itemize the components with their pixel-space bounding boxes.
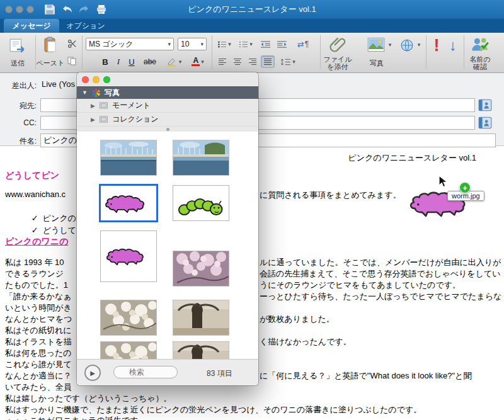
strikethrough-button[interactable]: abe — [140, 55, 160, 68]
align-center-button[interactable] — [231, 55, 244, 68]
thumbnail-worm-drawing[interactable] — [173, 186, 229, 220]
font-name-select[interactable]: MS ゴシック ▾ — [86, 38, 174, 50]
body-line: ・・・これがワニキャラの誕生です。 — [5, 415, 146, 420]
chevron-down-icon: ▾ — [200, 42, 203, 47]
save-button[interactable] — [44, 4, 55, 15]
body-line-left: これなら誰が見て — [5, 359, 72, 370]
item-count: 83 項目 — [207, 368, 232, 379]
cc-label: CC: — [0, 118, 37, 127]
print-button[interactable] — [96, 4, 107, 15]
numbered-list-icon — [239, 40, 248, 48]
indent-icon — [277, 40, 287, 48]
disclosure-right-icon[interactable]: ▶ — [91, 103, 95, 109]
thumbnail-marina-photo[interactable] — [101, 140, 156, 175]
numbered-list-button[interactable]: ▾ — [237, 38, 255, 50]
cut-button[interactable] — [66, 38, 78, 49]
photo-browser-palette: ▼ 写真 ▶ モーメント ▶ コレクション — [77, 72, 258, 385]
underline-button[interactable]: U — [126, 55, 137, 68]
bold-button[interactable]: B — [100, 55, 111, 68]
redo-button[interactable] — [78, 4, 89, 15]
bullet-list-button[interactable]: ▾ — [215, 38, 233, 50]
search-input[interactable] — [113, 366, 178, 378]
font-color-button[interactable]: A ▾ — [188, 55, 208, 68]
body-line-right: が数枚ありました。 — [260, 314, 335, 325]
photos-source-header[interactable]: ▼ 写真 — [77, 86, 258, 99]
disclosure-right-icon[interactable]: ▶ — [91, 116, 95, 123]
align-right-button[interactable] — [246, 55, 260, 68]
tree-item-moments[interactable]: ▶ モーメント — [77, 99, 258, 113]
to-addressbook-button[interactable] — [477, 98, 493, 112]
minimize-window-button[interactable] — [16, 6, 23, 13]
thumbnail-tree-path-photo[interactable] — [173, 300, 229, 335]
thumbnail-tree-path-photo[interactable] — [173, 342, 229, 359]
text-direction-button[interactable]: ⇄ ¶ — [292, 38, 314, 50]
cc-addressbook-button[interactable] — [477, 116, 493, 130]
align-left-button[interactable] — [215, 55, 229, 68]
photo-button-label: 写真 — [362, 59, 392, 67]
pilcrow-icon: ¶ — [305, 40, 309, 48]
thumbnail-white-blossom-photo[interactable] — [101, 300, 156, 335]
align-center-icon — [233, 58, 242, 65]
photo-menu-caret[interactable]: ▾ — [387, 40, 393, 49]
tab-options[interactable]: オプション — [63, 19, 108, 33]
chevron-down-icon: ▾ — [418, 42, 421, 48]
play-icon: ▶ — [90, 370, 95, 377]
photo-browser-button[interactable] — [367, 37, 386, 53]
chevron-down-icon: ▾ — [389, 42, 392, 48]
decrease-indent-button[interactable] — [258, 38, 272, 50]
thumbnail-marina-photo[interactable] — [173, 140, 229, 175]
slideshow-play-button[interactable]: ▶ — [84, 365, 101, 381]
outlook-compose-window: ピンクのワニニュースレター vol.1 メッセージ オプション 送信 ペースト … — [0, 0, 504, 420]
undo-button[interactable] — [62, 4, 73, 15]
body-line-right: ルに通っていました。そこでは、メンバーだけが自由に出入りが — [260, 257, 501, 268]
justify-button[interactable] — [261, 55, 275, 68]
address-book-icon — [478, 99, 493, 111]
low-importance-button[interactable]: ↓ — [446, 37, 460, 54]
attach-file-button[interactable] — [328, 35, 348, 54]
copy-plus-badge: + — [459, 182, 471, 193]
body-line-left: 私はイラストを描 — [5, 336, 72, 348]
palette-minimize-button[interactable] — [93, 76, 100, 83]
palette-close-button[interactable] — [82, 76, 89, 83]
clipboard-icon — [43, 37, 58, 53]
newsletter-title-line: ピンクのワニニュースレター vol.1 — [348, 152, 476, 164]
to-label: 宛先: — [0, 101, 37, 111]
increase-indent-button[interactable] — [275, 38, 289, 50]
tab-message[interactable]: メッセージ — [4, 19, 59, 33]
tree-item-collections[interactable]: ▶ コレクション — [77, 113, 258, 127]
line-spacing-icon — [280, 58, 291, 66]
print-icon — [96, 4, 107, 15]
album-icon — [99, 101, 108, 110]
thumbnail-crocodile-drawing[interactable] — [101, 231, 156, 281]
from-dropdown[interactable]: Live (Yos — [42, 79, 75, 89]
window-titlebar: ピンクのワニニュースレター vol.1 — [0, 0, 504, 19]
outdent-icon — [260, 40, 271, 48]
pane-splitter-handle[interactable] — [166, 128, 169, 131]
high-importance-button[interactable]: ! — [431, 37, 442, 54]
close-window-button[interactable] — [5, 6, 13, 13]
line-spacing-button[interactable]: ▾ — [278, 55, 297, 68]
thumbnail-white-blossom-photo[interactable] — [101, 342, 156, 359]
web-tools-caret[interactable]: ▾ — [416, 40, 422, 49]
web-tools-button[interactable] — [399, 38, 415, 53]
zoom-window-button[interactable] — [26, 6, 34, 13]
doc-heading-2: ピンクのワニの — [5, 236, 68, 247]
check-names-button[interactable] — [469, 35, 491, 53]
highlight-color-button[interactable]: ▾ — [163, 55, 185, 68]
thumbnail-cherry-blossom-photo[interactable] — [173, 251, 229, 286]
palette-zoom-button[interactable] — [103, 76, 110, 83]
body-line-left: 私は何を思ったの — [5, 348, 72, 359]
body-line-right: うにそのラウンジでヒマをもてあましていたのです。 — [260, 280, 461, 291]
ribbon: 送信 ペースト MS ゴシック ▾ 10 ▾ B I U abe ▾ — [0, 33, 504, 73]
save-icon — [44, 4, 55, 15]
copy-button[interactable] — [66, 55, 78, 67]
font-size-value: 10 — [181, 40, 189, 48]
paste-button[interactable] — [39, 35, 62, 54]
italic-button[interactable]: I — [113, 55, 123, 68]
chevron-down-icon: ▾ — [179, 59, 182, 65]
address-book-icon — [478, 116, 493, 129]
thumbnail-crocodile-drawing-selected[interactable] — [101, 186, 156, 220]
font-size-select[interactable]: 10 ▾ — [178, 38, 207, 50]
send-button[interactable] — [5, 36, 30, 55]
tree-item-label: モーメント — [112, 100, 151, 111]
